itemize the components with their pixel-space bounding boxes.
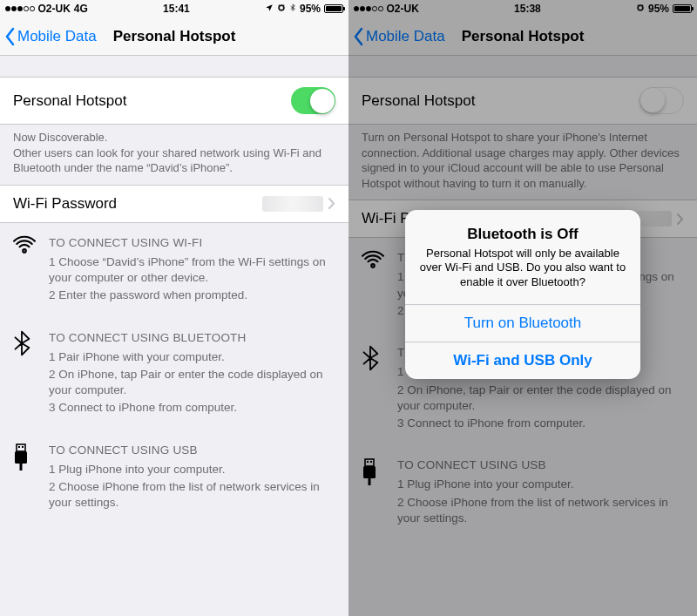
instructions-wifi: TO CONNECT USING WI-FI 1 Choose “David’s…: [0, 223, 348, 318]
bluetooth-large-icon: [362, 345, 386, 376]
svg-rect-9: [369, 478, 371, 485]
instructions-bluetooth: TO CONNECT USING BLUETOOTH 1 Pair iPhone…: [0, 318, 348, 430]
instructions-usb-step2: 2 Choose iPhone from the list of network…: [397, 495, 684, 526]
instructions-bt-step3: 3 Connect to iPhone from computer.: [49, 400, 335, 416]
battery-percent-label: 95%: [300, 3, 321, 15]
personal-hotspot-row[interactable]: Personal Hotspot: [348, 77, 697, 125]
instructions-usb-step2: 2 Choose iPhone from the list of network…: [49, 479, 335, 511]
clock-label: 15:41: [163, 3, 190, 15]
chevron-right-icon: [328, 198, 335, 209]
back-button[interactable]: Mobile Data: [348, 27, 445, 46]
personal-hotspot-toggle[interactable]: [291, 87, 335, 114]
instructions-bt-step1: 1 Pair iPhone with your computer.: [49, 349, 335, 365]
bluetooth-off-alert: Bluetooth is Off Personal Hotspot will o…: [405, 210, 640, 380]
personal-hotspot-label: Personal Hotspot: [13, 92, 126, 110]
turn-on-bluetooth-button[interactable]: Turn on Bluetooth: [405, 304, 640, 342]
battery-icon: [673, 4, 692, 13]
personal-hotspot-toggle[interactable]: [639, 87, 684, 114]
alert-message: Personal Hotspot will only be available …: [419, 247, 626, 291]
instructions-wifi-step1: 1 Choose “David’s iPhone” from the Wi-Fi…: [49, 254, 335, 286]
instructions-usb: TO CONNECT USING USB 1 Plug iPhone into …: [0, 430, 348, 525]
battery-icon: [324, 4, 343, 13]
screenshot-right: O2-UK 15:38 95% Mobile Data Personal Hot…: [348, 0, 697, 616]
wifi-icon: [13, 235, 37, 259]
hotspot-off-footer: Turn on Personal Hotspot to share your i…: [348, 125, 697, 200]
network-type-label: 4G: [74, 3, 88, 15]
discoverable-line1: Now Discoverable.: [13, 130, 335, 146]
instructions-bt-step2: 2 On iPhone, tap Pair or enter the code …: [397, 382, 684, 414]
discoverable-line2: Other users can look for your shared net…: [13, 146, 335, 176]
instructions-usb-step1: 1 Plug iPhone into your computer.: [397, 477, 684, 492]
instructions-usb-head: TO CONNECT USING USB: [49, 443, 335, 458]
status-bar: O2-UK 15:38 95%: [348, 0, 697, 17]
wifi-password-label: Wi-Fi Password: [13, 195, 117, 213]
chevron-left-icon: [3, 27, 16, 46]
instructions-bt-head: TO CONNECT USING BLUETOOTH: [49, 330, 335, 346]
carrier-label: O2-UK: [387, 3, 419, 15]
svg-rect-0: [17, 444, 25, 451]
discoverable-footer: Now Discoverable. Other users can look f…: [0, 125, 348, 185]
bluetooth-icon: [289, 3, 296, 16]
back-label: Mobile Data: [17, 28, 97, 45]
instructions-bt-step2: 2 On iPhone, tap Pair or enter the code …: [49, 367, 335, 398]
alert-title: Bluetooth is Off: [419, 226, 626, 243]
wifi-icon: [362, 250, 386, 274]
back-label: Mobile Data: [366, 28, 445, 45]
alarm-icon: [277, 3, 286, 15]
carrier-label: O2-UK: [38, 3, 71, 15]
alarm-icon: [636, 3, 645, 15]
chevron-right-icon: [677, 213, 684, 225]
battery-percent-label: 95%: [648, 3, 669, 15]
instructions-bt-step3: 3 Connect to iPhone from computer.: [397, 416, 684, 431]
back-button[interactable]: Mobile Data: [0, 27, 97, 46]
instructions-usb-step1: 1 Plug iPhone into your computer.: [49, 462, 335, 477]
clock-label: 15:38: [514, 3, 541, 15]
nav-bar: Mobile Data Personal Hotspot: [348, 17, 697, 56]
personal-hotspot-label: Personal Hotspot: [362, 92, 475, 110]
svg-rect-7: [370, 461, 372, 463]
signal-dots-icon: [5, 6, 35, 11]
wifi-usb-only-button[interactable]: Wi-Fi and USB Only: [405, 342, 640, 379]
status-bar: O2-UK 4G 15:41 95%: [0, 0, 348, 17]
signal-dots-icon: [354, 6, 383, 11]
instructions-usb: TO CONNECT USING USB 1 Plug iPhone into …: [348, 445, 697, 540]
usb-icon: [362, 457, 386, 491]
usb-icon: [13, 443, 37, 477]
instructions-wifi-head: TO CONNECT USING WI-FI: [49, 235, 335, 251]
svg-rect-4: [20, 464, 23, 470]
svg-rect-8: [363, 466, 376, 478]
nav-bar: Mobile Data Personal Hotspot: [0, 17, 348, 56]
svg-rect-6: [367, 461, 369, 463]
screenshot-left: O2-UK 4G 15:41 95% Mobile Data Personal …: [0, 0, 348, 616]
svg-rect-2: [22, 446, 24, 448]
chevron-left-icon: [352, 27, 364, 46]
svg-rect-1: [18, 446, 20, 448]
personal-hotspot-row[interactable]: Personal Hotspot: [0, 77, 348, 125]
wifi-password-value: [262, 196, 323, 212]
instructions-usb-head: TO CONNECT USING USB: [397, 457, 684, 473]
location-icon: [265, 3, 274, 15]
wifi-password-row[interactable]: Wi-Fi Password: [0, 185, 348, 223]
svg-rect-3: [15, 451, 27, 464]
instructions-wifi-step2: 2 Enter the password when prompted.: [49, 288, 335, 303]
svg-rect-5: [365, 459, 374, 466]
bluetooth-large-icon: [13, 330, 37, 361]
